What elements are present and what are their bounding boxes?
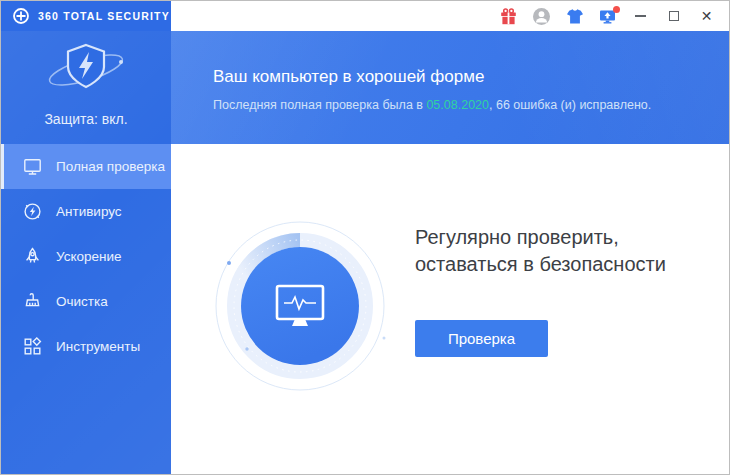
minimize-icon [635,15,646,17]
scan-progress-ring [200,206,400,406]
protection-status-label: Защита: вкл. [1,111,171,127]
sidebar-item-label: Полная проверка [56,159,165,174]
maximize-icon [669,11,679,21]
sidebar-item-antivirus[interactable]: Антивирус [1,189,171,234]
titlebar: 360 TOTAL SECURITY [1,1,729,31]
titlebar-right: ✕ [171,1,729,31]
sidebar-item-tools[interactable]: Инструменты [1,324,171,369]
shield-icon [40,39,132,101]
tools-grid-icon [21,336,43,357]
notification-dot [613,6,620,13]
app-logo-text: 360 TOTAL SECURITY [38,10,170,22]
sidebar-item-label: Ускорение [56,249,122,264]
maximize-button[interactable] [657,1,690,31]
sidebar-item-full-check[interactable]: Полная проверка [1,144,171,189]
subtitle-prefix: Последняя полная проверка была в [213,98,426,112]
theme-shirt-icon[interactable] [558,1,591,31]
status-title: Ваш компьютер в хорошей форме [213,67,729,87]
sidebar-item-label: Инструменты [56,339,140,354]
close-icon: ✕ [701,9,713,23]
account-icon[interactable] [525,1,558,31]
sidebar-menu: Полная проверка Антивирус [1,144,171,369]
gift-icon[interactable] [492,1,525,31]
sidebar: Защита: вкл. Полная проверка [1,31,171,474]
cleanup-brush-icon [21,291,43,312]
antivirus-gauge-icon [21,201,43,222]
subtitle-suffix: , 66 ошибка (и) исправлено. [489,98,651,112]
sidebar-item-label: Антивирус [56,204,122,219]
sidebar-item-label: Очистка [56,294,108,309]
scan-prompt-heading: Регулярно проверить, оставаться в безопа… [415,224,677,278]
sidebar-item-speedup[interactable]: Ускорение [1,234,171,279]
last-scan-date: 05.08.2020 [426,98,489,112]
status-banner: Ваш компьютер в хорошей форме Последняя … [171,31,729,144]
upgrade-monitor-icon[interactable] [591,1,624,31]
close-button[interactable]: ✕ [690,1,723,31]
status-subtitle: Последняя полная проверка была в 05.08.2… [213,98,729,112]
minimize-button[interactable] [624,1,657,31]
rocket-icon [21,246,43,267]
main-content: Регулярно проверить, оставаться в безопа… [171,144,729,474]
protection-status-area: Защита: вкл. [1,31,171,127]
sidebar-item-cleanup[interactable]: Очистка [1,279,171,324]
scan-button[interactable]: Проверка [415,320,548,357]
app-window: 360 TOTAL SECURITY [0,0,730,475]
app-logo: 360 TOTAL SECURITY [1,1,171,31]
monitor-icon [21,156,43,177]
360-logo-icon [12,7,30,25]
